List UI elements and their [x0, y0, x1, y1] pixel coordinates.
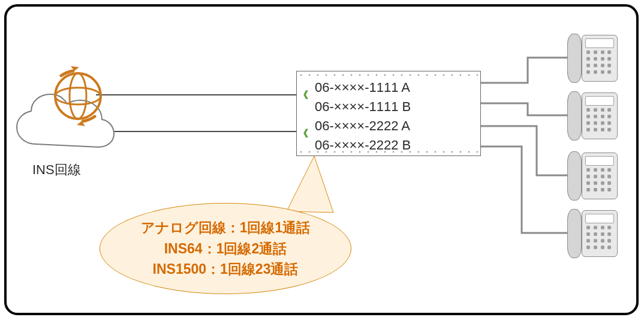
pbx-channel-2: 06-××××-1111 B	[315, 100, 476, 113]
pbx-channel-4: 06-××××-2222 B	[315, 139, 476, 152]
arrow-in-icon: ‹	[300, 86, 312, 101]
phone-icon	[564, 31, 618, 83]
phone-icon	[564, 207, 618, 258]
callout-line-3: INS1500：1回線23通話	[153, 259, 299, 280]
arrow-in-icon: ‹	[300, 124, 312, 139]
pbx-channel-3: 06-××××-2222 A	[315, 119, 476, 133]
pbx-channel-1: 06-××××-1111 A	[315, 81, 476, 94]
cloud-label: INS回線	[32, 161, 81, 179]
callout-line-1: アナログ回線：1回線1通話	[141, 217, 311, 238]
phone-icon	[564, 149, 618, 201]
callout-line-2: INS64：1回線2通話	[164, 238, 287, 259]
pbx-box: ‹ ‹ 06-××××-1111 A 06-××××-1111 B 06-×××…	[296, 71, 481, 156]
callout-bubble: アナログ回線：1回線1通話 INS64：1回線2通話 INS1500：1回線23…	[100, 203, 351, 294]
phone-icon	[564, 89, 618, 140]
